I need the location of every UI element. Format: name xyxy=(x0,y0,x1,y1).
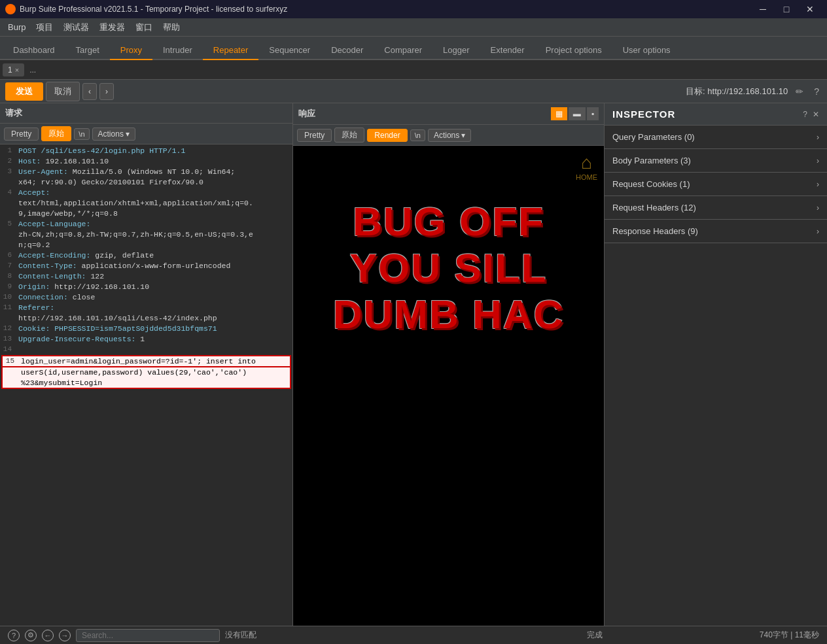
code-line-4: 4 Accept: xyxy=(0,188,292,198)
tab-1-label: 1 xyxy=(8,65,12,75)
response-headers-header[interactable]: Response Headers (9) › xyxy=(605,220,827,243)
code-line-15b: userS(id,username,password) values(29,'c… xyxy=(1,367,291,378)
statusbar: ? ⚙ ← → 没有匹配 完成 740字节 | 11毫秒 xyxy=(0,626,827,644)
inspector-close-icon[interactable]: ✕ xyxy=(813,110,819,119)
code-line-4b: text/html,application/xhtml+xml,applicat… xyxy=(0,198,292,209)
response-hex-btn[interactable]: \n xyxy=(410,129,425,141)
response-title: 响应 xyxy=(298,108,315,120)
request-pretty-btn[interactable]: Pretty xyxy=(4,127,39,141)
response-actions-chevron-icon: ▾ xyxy=(461,131,465,140)
bug-line1: BUG OFF xyxy=(306,198,591,245)
body-params-header[interactable]: Body Parameters (3) › xyxy=(605,149,827,172)
repeater-tab-1[interactable]: 1 × xyxy=(3,63,24,76)
view-toggle-compact[interactable]: ▪ xyxy=(587,107,599,120)
code-line-5: 5 Accept-Language: xyxy=(0,219,292,229)
request-panel: 请求 Pretty 原始 \n Actions ▾ 1 POST /sqli/L… xyxy=(0,103,293,626)
bug-line3: DUMB HAC xyxy=(306,291,591,337)
tab-row: 1 × ... xyxy=(0,60,827,80)
statusbar-no-match: 没有匹配 xyxy=(225,630,256,641)
code-line-5c: n;q=0.2 xyxy=(0,240,292,250)
statusbar-file-info: 740字节 | 11毫秒 xyxy=(760,630,819,639)
tab-user-options[interactable]: User options xyxy=(612,41,681,60)
code-line-8: 8 Content-Length: 122 xyxy=(0,271,292,282)
tab-more[interactable]: ... xyxy=(24,63,41,76)
request-code-area[interactable]: 1 POST /sqli/Less-42/login.php HTTP/1.1 … xyxy=(0,144,292,626)
menu-tester[interactable]: 测试器 xyxy=(58,19,94,36)
cancel-button[interactable]: 取消 xyxy=(46,82,80,101)
help-button[interactable]: ? xyxy=(811,85,822,98)
response-headers-chevron-icon: › xyxy=(817,227,819,236)
minimize-button[interactable]: ─ xyxy=(751,0,775,18)
tab-intruder[interactable]: Intruder xyxy=(152,41,203,60)
tab-repeater[interactable]: Repeater xyxy=(203,41,258,60)
app-title: Burp Suite Professional v2021.5.1 - Temp… xyxy=(20,5,287,14)
response-render-btn[interactable]: Render xyxy=(367,129,407,142)
statusbar-search-input[interactable] xyxy=(76,629,220,642)
response-render-area: ⌂ HOME BUG OFF YOU SILL DUMB HAC xyxy=(293,146,604,626)
tab-1-close[interactable]: × xyxy=(15,66,19,74)
edit-target-button[interactable]: ✏ xyxy=(793,85,806,98)
titlebar: Burp Suite Professional v2021.5.1 - Temp… xyxy=(0,0,827,18)
tab-target[interactable]: Target xyxy=(65,41,110,60)
code-line-7: 7 Content-Type: application/x-www-form-u… xyxy=(0,261,292,271)
home-house-icon: ⌂ xyxy=(576,152,597,173)
statusbar-back-icon[interactable]: ← xyxy=(42,630,54,641)
inspector-section-request-headers: Request Headers (12) › xyxy=(605,196,827,220)
inspector-help-icon[interactable]: ? xyxy=(803,110,807,119)
request-headers-header[interactable]: Request Headers (12) › xyxy=(605,196,827,219)
statusbar-fwd-icon[interactable]: → xyxy=(59,630,71,641)
send-button[interactable]: 发送 xyxy=(5,82,43,101)
request-headers-label: Request Headers (12) xyxy=(612,203,696,212)
request-raw-btn[interactable]: 原始 xyxy=(41,126,71,141)
toolbar: 发送 取消 ‹ › 目标: http://192.168.101.10 ✏ ? xyxy=(0,80,827,103)
tab-logger[interactable]: Logger xyxy=(432,41,480,60)
response-panel: 响应 ▦ ▬ ▪ Pretty 原始 Render \n Actions ▾ ⌂… xyxy=(293,103,605,626)
response-actions-btn[interactable]: Actions ▾ xyxy=(428,129,471,142)
tab-dashboard[interactable]: Dashboard xyxy=(3,41,65,60)
request-toolbar: Pretty 原始 \n Actions ▾ xyxy=(0,124,292,144)
request-hex-btn[interactable]: \n xyxy=(74,128,89,140)
nav-fwd-button[interactable]: › xyxy=(99,83,114,100)
inspector-section-body-params: Body Parameters (3) › xyxy=(605,149,827,173)
inspector-icon-group: ? ✕ xyxy=(803,110,819,119)
menu-help[interactable]: 帮助 xyxy=(158,19,185,36)
statusbar-settings-icon[interactable]: ⚙ xyxy=(25,630,37,641)
tab-decoder[interactable]: Decoder xyxy=(321,41,374,60)
request-actions-btn[interactable]: Actions ▾ xyxy=(92,127,135,141)
tab-project-options[interactable]: Project options xyxy=(535,41,612,60)
query-params-header[interactable]: Query Parameters (0) › xyxy=(605,126,827,148)
response-headers-label: Response Headers (9) xyxy=(612,226,698,236)
nav-back-button[interactable]: ‹ xyxy=(82,83,97,100)
tab-comparer[interactable]: Comparer xyxy=(374,41,432,60)
menu-resender[interactable]: 重发器 xyxy=(94,19,130,36)
code-line-14: 14 xyxy=(0,345,292,355)
request-cookies-header[interactable]: Request Cookies (1) › xyxy=(605,173,827,195)
code-line-4c: 9,image/webp,*/*;q=0.8 xyxy=(0,209,292,219)
view-toggle-grid[interactable]: ▦ xyxy=(551,107,567,120)
app-logo xyxy=(5,4,16,14)
tab-sequencer[interactable]: Sequencer xyxy=(258,41,321,60)
titlebar-left: Burp Suite Professional v2021.5.1 - Temp… xyxy=(5,4,287,14)
titlebar-controls[interactable]: ─ □ ✕ xyxy=(751,0,822,18)
maximize-button[interactable]: □ xyxy=(775,0,798,18)
view-toggle-rows[interactable]: ▬ xyxy=(569,107,586,120)
inspector-title: INSPECTOR xyxy=(612,109,675,120)
code-line-5b: zh-CN,zh;q=0.8,zh-TW;q=0.7,zh-HK;q=0.5,e… xyxy=(0,229,292,240)
menu-window[interactable]: 窗口 xyxy=(130,19,158,36)
response-raw-btn[interactable]: 原始 xyxy=(334,127,364,143)
bug-off-text: BUG OFF YOU SILL DUMB HAC xyxy=(293,185,604,350)
menu-project[interactable]: 项目 xyxy=(31,19,58,36)
code-line-12: 12 Cookie: PHPSESSID=ism75aptS0jdded5d31… xyxy=(0,324,292,334)
request-cookies-chevron-icon: › xyxy=(817,180,819,189)
menu-burp[interactable]: Burp xyxy=(3,20,31,35)
tab-proxy[interactable]: Proxy xyxy=(110,41,152,60)
code-line-11: 11 Referer: xyxy=(0,303,292,313)
code-line-13: 13 Upgrade-Insecure-Requests: 1 xyxy=(0,334,292,345)
statusbar-help-icon[interactable]: ? xyxy=(8,630,20,641)
code-line-15: 15 login_user=admin&login_password=?id=-… xyxy=(1,355,291,367)
code-line-10: 10 Connection: close xyxy=(0,292,292,303)
body-params-chevron-icon: › xyxy=(817,156,819,165)
tab-extender[interactable]: Extender xyxy=(480,41,535,60)
close-button[interactable]: ✕ xyxy=(798,0,822,18)
response-pretty-btn[interactable]: Pretty xyxy=(297,129,332,142)
